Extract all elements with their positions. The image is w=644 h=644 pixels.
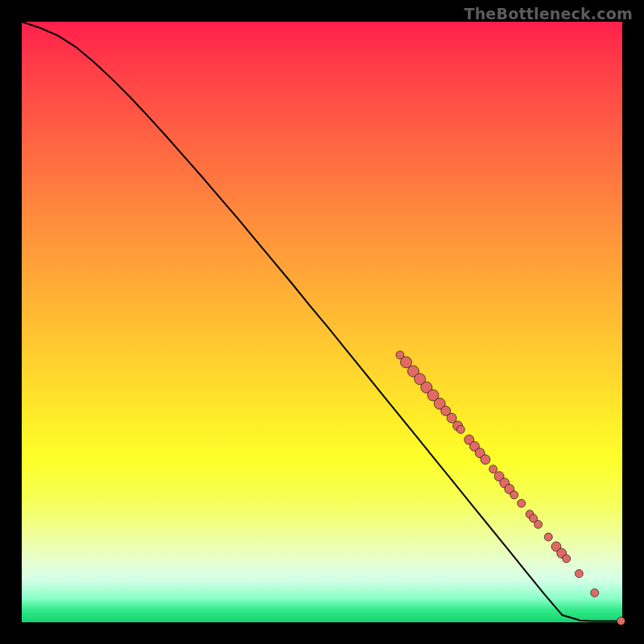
data-marker <box>481 455 490 464</box>
data-marker <box>489 465 497 473</box>
data-marker <box>456 426 464 434</box>
data-marker <box>617 617 625 625</box>
data-marker <box>575 570 583 578</box>
data-marker <box>400 357 411 368</box>
chart-overlay <box>22 22 622 622</box>
trend-curve <box>22 22 622 621</box>
data-marker <box>518 499 526 507</box>
watermark-text: TheBottleneck.com <box>464 5 633 23</box>
data-marker <box>447 413 456 423</box>
data-marker <box>591 588 599 597</box>
data-marker <box>535 520 543 528</box>
data-marker <box>510 491 518 499</box>
data-marker <box>544 533 552 541</box>
chart-stage: TheBottleneck.com <box>0 0 644 644</box>
marker-group <box>396 351 625 625</box>
data-marker <box>563 555 571 563</box>
